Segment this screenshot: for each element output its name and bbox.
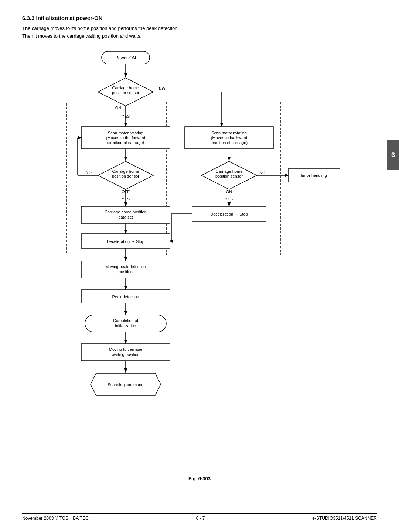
- moving-carriage-line2: waiting position: [111, 352, 139, 357]
- peak-detection-label: Peak detection: [112, 295, 139, 299]
- scan-bwd-line2: (Moves to backward: [211, 135, 247, 140]
- no-label-1: NO: [159, 87, 165, 91]
- tab-marker: 6: [387, 140, 399, 170]
- diamond2-label-a: Carriage home: [112, 169, 139, 174]
- footer-left: November 2003 © TOSHIBA TEC: [22, 516, 89, 521]
- on-label: ON: [115, 106, 122, 110]
- scan-bwd-line1: Scan motor rotating: [211, 131, 247, 135]
- footer-right: e-STUDIO3511/4511 SCANNER: [312, 516, 377, 521]
- error-handling-label: Error handling: [301, 173, 327, 178]
- data-set-line1: Carriage home position: [105, 210, 147, 214]
- diamond2-label-b: position sensor: [112, 174, 139, 178]
- scan-fwd-line3: direction of carriage): [107, 140, 144, 145]
- diamond-label-1a: Carriage home: [112, 86, 139, 90]
- no-label-3: NO: [259, 170, 266, 175]
- no-label-2: NO: [86, 170, 92, 175]
- completion-line2: initialization: [115, 323, 136, 328]
- fig-label: Fig. 6-303: [22, 476, 377, 481]
- scan-fwd-line1: Scan motor rotating: [108, 131, 143, 135]
- decel-stop-left-label: Deceleration → Stop: [107, 239, 144, 244]
- intro-text-1: The carriage moves to its home position …: [22, 25, 377, 31]
- diamond3-label-a: Carriage home: [216, 169, 243, 174]
- power-on-label: Power-ON: [115, 55, 136, 61]
- page-footer: November 2003 © TOSHIBA TEC 6 - 7 e-STUD…: [22, 513, 377, 521]
- scanning-command-label: Scanning command: [108, 382, 143, 387]
- tab-number: 6: [391, 151, 395, 159]
- scan-fwd-line2: (Moves to the forward: [106, 135, 145, 140]
- moving-carriage-line1: Moving to carriage: [109, 347, 143, 351]
- decel-stop-right-label: Deceleration → Stop: [210, 212, 248, 216]
- page: 6 6.3.3 Initialization at power-ON The c…: [0, 0, 399, 532]
- footer-center: 6 - 7: [196, 516, 205, 521]
- data-set-line2: data set: [118, 215, 133, 219]
- flowchart-svg: Power-ON Carriage home position sensor O…: [44, 45, 355, 473]
- diagram-area: Power-ON Carriage home position sensor O…: [22, 45, 377, 481]
- moving-peak-line2: position: [119, 270, 133, 274]
- diamond3-label-b: position sensor: [215, 174, 243, 178]
- scan-bwd-line3: direction of carriage): [211, 140, 248, 145]
- intro-text-2: Then it moves to the carriage waiting po…: [22, 33, 377, 39]
- moving-peak-line1: Moving peak detection: [105, 264, 146, 269]
- completion-line1: Completion of: [113, 318, 139, 323]
- diamond-label-1b: position sensor: [112, 90, 139, 95]
- section-title: 6.3.3 Initialization at power-ON: [22, 15, 377, 21]
